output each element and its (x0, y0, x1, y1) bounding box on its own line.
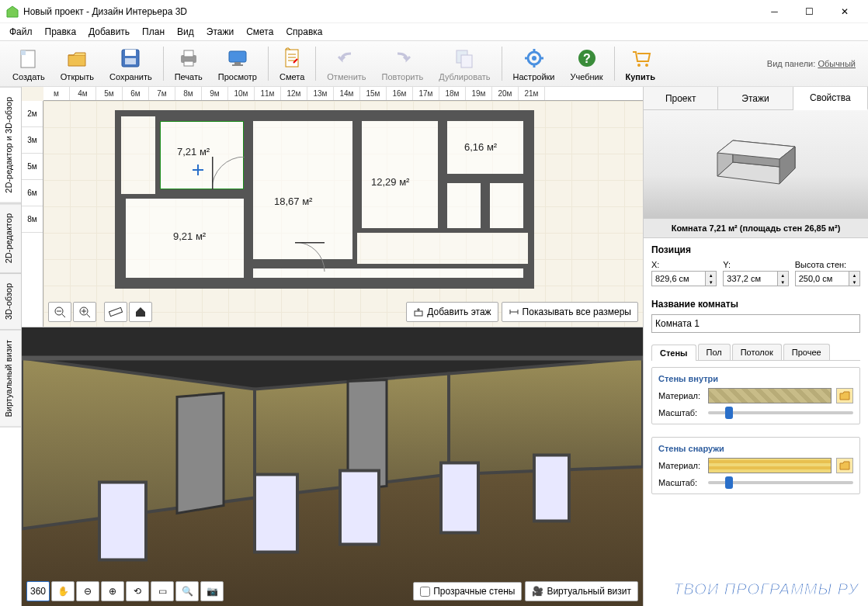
outside-scale-slider[interactable] (708, 481, 853, 484)
toolbar: Создать Открыть Сохранить Печать Просмот… (0, 40, 868, 87)
svg-rect-11 (286, 50, 298, 67)
menu-floors[interactable]: Этажи (200, 25, 240, 39)
input-pos-y[interactable] (724, 272, 776, 286)
menu-plan[interactable]: План (136, 25, 171, 39)
room-label-4: 12,29 м² (371, 176, 409, 188)
input-pos-x[interactable] (652, 272, 705, 286)
svg-marker-0 (7, 6, 18, 17)
svg-text:?: ? (583, 52, 591, 65)
stab-floor[interactable]: Пол (698, 344, 731, 360)
menu-file[interactable]: Файл (3, 25, 39, 39)
svg-rect-8 (229, 51, 246, 62)
plan-2d-pane[interactable]: м4м5м6м7м8м9м10м11м12м13м14м15м16м17м18м… (22, 87, 643, 327)
menu-estimate[interactable]: Смета (240, 25, 279, 39)
sidetab-virtual[interactable]: Виртуальный визит (0, 330, 21, 428)
position-heading: Позиция (651, 244, 860, 255)
tool-open[interactable]: Открыть (53, 44, 102, 83)
tool-save[interactable]: Сохранить (102, 44, 160, 83)
pan-button[interactable]: ✋ (51, 581, 75, 601)
menu-add[interactable]: Добавить (82, 25, 136, 39)
outside-material-browse[interactable] (836, 458, 853, 473)
tool-print[interactable]: Печать (167, 44, 210, 83)
folder-icon (839, 461, 850, 470)
home-button[interactable] (129, 302, 152, 322)
x-up[interactable]: ▲ (705, 272, 716, 279)
maximize-button[interactable]: ☐ (792, 1, 827, 23)
svg-rect-9 (234, 62, 241, 64)
move-icon[interactable] (193, 164, 203, 175)
svg-rect-40 (415, 311, 422, 316)
close-button[interactable]: ✕ (827, 1, 862, 23)
inside-material-swatch[interactable] (708, 388, 832, 403)
tool-create[interactable]: Создать (5, 44, 53, 83)
inside-material-browse[interactable] (836, 388, 853, 403)
zoom-in-3d[interactable]: ⊕ (101, 581, 124, 601)
plan-toolbar-left (48, 302, 152, 322)
svg-rect-7 (184, 61, 193, 66)
inside-scale-slider[interactable] (708, 411, 853, 414)
tool-buy[interactable]: Купить (618, 44, 663, 83)
render-toolbar: 360 ✋ ⊖ ⊕ ⟲ ▭ 🔍 📷 (26, 581, 224, 601)
stab-ceiling[interactable]: Потолок (732, 344, 782, 360)
room-name-input[interactable] (651, 314, 860, 333)
show-dimensions-button[interactable]: Показывать все размеры (502, 302, 638, 322)
panel-mode-link[interactable]: Обычный (818, 59, 856, 68)
svg-line-32 (62, 314, 65, 317)
tool-tutorial[interactable]: ?Учебник (562, 44, 610, 83)
ruler-vertical: 2м3м5м6м8м (22, 101, 43, 327)
zoom-out-3d[interactable]: ⊖ (76, 581, 99, 601)
tool-redo[interactable]: Повторить (374, 44, 432, 83)
sidetab-3d[interactable]: 3D-обзор (0, 273, 21, 330)
zoom-in-button[interactable] (73, 302, 96, 322)
menu-view[interactable]: Вид (171, 25, 200, 39)
svg-rect-56 (441, 463, 478, 533)
h-dn[interactable]: ▼ (849, 279, 859, 286)
zoom-out-button[interactable] (48, 302, 71, 322)
virtual-visit-button[interactable]: 🎥 Виртуальный визит (525, 581, 638, 601)
menu-help[interactable]: Справка (279, 25, 328, 39)
right-panel-tabs: Проект Этажи Свойства (644, 87, 868, 110)
dimension-icon (509, 306, 519, 317)
x-dn[interactable]: ▼ (705, 279, 716, 286)
sidetab-2d3d[interactable]: 2D-редактор и 3D-обзор (0, 87, 21, 203)
orbit-button[interactable]: 360 (26, 581, 50, 601)
svg-point-26 (645, 64, 648, 67)
h-up[interactable]: ▲ (849, 272, 859, 279)
y-up[interactable]: ▲ (777, 272, 788, 279)
room-label-3: 18,67 м² (274, 196, 312, 207)
render-3d-pane[interactable]: 360 ✋ ⊖ ⊕ ⟲ ▭ 🔍 📷 Прозрачные стены 🎥 Вир… (22, 327, 643, 606)
reset-view-button[interactable]: ⟲ (126, 581, 149, 601)
svg-rect-53 (99, 483, 146, 560)
walls-inside-section: Стены внутри Материал: Масштаб: (651, 367, 860, 424)
floorplan[interactable]: 7,21 м² 18,67 м² 12,29 м² 6,16 м² 9,21 м… (115, 110, 534, 304)
tool-duplicate[interactable]: Дублировать (431, 44, 498, 83)
input-wall-height[interactable] (796, 272, 849, 286)
svg-rect-54 (255, 475, 297, 552)
stab-other[interactable]: Прочее (783, 344, 830, 360)
stab-walls[interactable]: Стены (651, 345, 696, 361)
tool-estimate[interactable]: Смета (272, 44, 312, 83)
menu-edit[interactable]: Правка (39, 25, 83, 39)
tool-preview[interactable]: Просмотр (210, 44, 265, 83)
tool-settings[interactable]: Настройки (505, 44, 563, 83)
rptab-project[interactable]: Проект (644, 87, 718, 109)
room-info-text: Комната 7,21 м² (площадь стен 26,85 м²) (644, 219, 868, 238)
view-mode-button[interactable]: ▭ (151, 581, 174, 601)
transparent-walls-checkbox[interactable]: Прозрачные стены (413, 582, 522, 601)
rptab-properties[interactable]: Свойства (793, 87, 868, 110)
y-dn[interactable]: ▼ (777, 279, 788, 286)
measure-button[interactable] (104, 302, 127, 322)
add-floor-button[interactable]: Добавить этаж (406, 302, 498, 322)
camera-button[interactable]: 📷 (200, 581, 224, 601)
side-tabs: 2D-редактор и 3D-обзор 2D-редактор 3D-об… (0, 87, 22, 606)
outside-material-swatch[interactable] (708, 458, 832, 473)
minimize-button[interactable]: ─ (757, 1, 792, 23)
zoom-fit-button[interactable]: 🔍 (175, 581, 199, 601)
folder-icon (839, 391, 850, 400)
svg-rect-6 (184, 50, 193, 57)
svg-point-18 (532, 56, 536, 61)
tool-undo[interactable]: Отменить (319, 44, 373, 83)
rptab-floors[interactable]: Этажи (718, 87, 793, 109)
sidetab-2d[interactable]: 2D-редактор (0, 203, 21, 273)
svg-line-35 (87, 314, 90, 317)
